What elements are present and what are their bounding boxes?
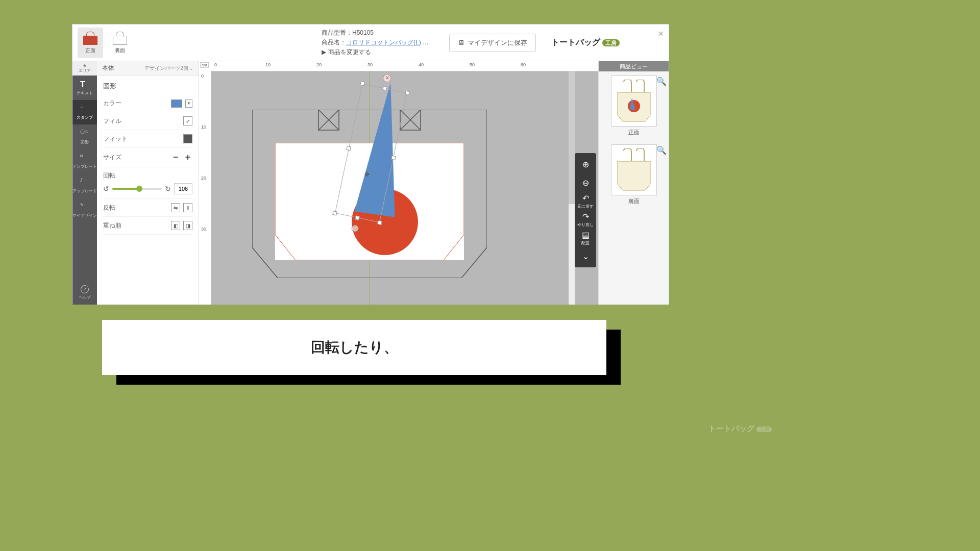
color-picker[interactable]: ▼ (171, 99, 192, 108)
print-area (275, 143, 464, 260)
undo-button[interactable]: ↶元に戻す (575, 192, 596, 210)
caption-box: 回転したり、 (102, 320, 606, 375)
panel-title: 商品ビュー (599, 61, 669, 71)
close-button[interactable]: × (658, 29, 664, 39)
brand-logo: トートバッグ 工房 (551, 37, 620, 48)
rail-area[interactable]: ◈ エリア (72, 61, 97, 76)
zoom-out-icon: ⊖ (582, 178, 589, 188)
canvas-tools: ⊕ ⊖ ↶元に戻す ↷やり直し ▤配置 ⌄ (575, 153, 596, 267)
rail-label: ヘルプ (79, 294, 91, 300)
move-cursor-icon: ✥ (364, 171, 370, 178)
rotate-cw-icon[interactable]: ↻ (165, 185, 171, 193)
zoom-in-button[interactable]: ⊕ (575, 155, 596, 173)
name-suffix: … (421, 39, 429, 46)
tool-label: 配置 (581, 240, 590, 246)
prop-label: カラー (103, 99, 121, 108)
view-tab-label: 裏面 (115, 47, 125, 54)
monitor-icon: 🖥 (458, 39, 464, 46)
product-name-link[interactable]: コロリドコットンバッグ(L) (346, 39, 421, 46)
view-tab-back[interactable]: 裏面 (107, 28, 133, 58)
preview-label: 裏面 (603, 197, 665, 205)
align-button[interactable]: ▤配置 (575, 229, 596, 247)
vertical-scrollbar[interactable] (569, 71, 575, 305)
rail-label: アップロード (72, 188, 97, 194)
preview-label: 正面 (603, 129, 665, 136)
zoom-icon[interactable]: 🔍 (656, 77, 667, 86)
tick: 60 (521, 62, 526, 67)
prop-size: サイズ −+ (103, 148, 192, 167)
send-back-button[interactable]: ◨ (183, 221, 192, 230)
mydesign-icon: ✎ (80, 203, 89, 212)
rail-help[interactable]: ?ヘルプ (72, 280, 97, 305)
tick: 10 (201, 124, 206, 130)
product-view-panel: 商品ビュー 🔍 正面 🔍 裏面 (598, 61, 669, 305)
ruler-vertical: 0 10 20 30 (199, 71, 211, 305)
rail-label: スタンプ (77, 115, 93, 120)
rail-stamp[interactable]: ⊥スタンプ (72, 100, 97, 124)
panel-body: 図形 カラー ▼ フィル ⤢ フィット サイズ −+ 回 (97, 76, 199, 305)
tick: 30 (201, 227, 206, 232)
preview-back[interactable]: 🔍 裏面 (599, 140, 669, 209)
rail-upload[interactable]: ⤴アップロード (72, 173, 97, 198)
flip-h-button[interactable]: ⇋ (171, 203, 180, 212)
design-editor-window: 正面 裏面 商品型番：H50105 商品名：コロリドコットンバッグ(L) … ▶… (72, 24, 669, 304)
watermark: トートバッグ 工房 (708, 424, 772, 434)
save-label: マイデザインに保存 (468, 38, 527, 47)
model-label: 商品型番： (322, 29, 352, 36)
upload-icon: ⤴ (80, 178, 89, 187)
prop-label: 回転 (103, 172, 115, 179)
tick: 40 (419, 62, 424, 67)
parts-count-dropdown[interactable]: デザインパーツ2個⌄ (144, 65, 193, 72)
rotate-ccw-icon[interactable]: ↺ (103, 185, 109, 193)
rail-label: テンプレート (72, 164, 97, 169)
save-design-button[interactable]: 🖥 マイデザインに保存 (449, 34, 536, 52)
caption-text: 回転したり、 (311, 338, 398, 357)
size-plus-button[interactable]: + (183, 152, 192, 163)
preview-front[interactable]: 🔍 正面 (599, 71, 669, 140)
logo-text: トートバッグ (551, 38, 600, 46)
tick: 50 (470, 62, 475, 67)
parts-label: デザインパーツ2個 (144, 65, 188, 72)
tick: 0 (201, 73, 204, 79)
tick: 10 (265, 62, 271, 67)
zoom-icon[interactable]: 🔍 (656, 145, 667, 155)
redo-button[interactable]: ↷やり直し (575, 210, 596, 229)
text-icon: T (80, 80, 89, 89)
rail-label: 図形 (81, 139, 89, 145)
tick: 20 (201, 176, 206, 181)
top-bar: 正面 裏面 商品型番：H50105 商品名：コロリドコットンバッグ(L) … ▶… (72, 24, 669, 61)
prop-label: 重ね順 (103, 221, 121, 230)
help-icon: ? (81, 285, 89, 293)
view-tabs: 正面 裏面 (72, 24, 138, 61)
design-canvas[interactable]: ✕ ✥ (211, 71, 598, 305)
tool-rail: ◈ エリア Tテキスト ⊥スタンプ ◯△図形 ⧉テンプレート ⤴アップロード ✎… (72, 61, 97, 305)
bring-front-button[interactable]: ◧ (171, 221, 180, 230)
wm-text: トートバッグ (708, 424, 754, 433)
redo-icon: ↷ (582, 212, 589, 221)
change-product-link[interactable]: ▶商品を変更する (322, 47, 429, 57)
size-minus-button[interactable]: − (171, 152, 180, 163)
prop-fill: フィル ⤢ (103, 112, 192, 130)
prop-label: フィル (103, 117, 121, 126)
tool-label: やり直し (577, 222, 594, 228)
flip-v-button[interactable]: ⥮ (183, 203, 192, 212)
rail-template[interactable]: ⧉テンプレート (72, 149, 97, 173)
shapes-icon: ◯△ (80, 129, 89, 138)
tick: 30 (368, 62, 373, 67)
more-tools-button[interactable]: ⌄ (575, 247, 596, 265)
ruler-horizontal: 0 10 20 30 40 50 60 (211, 61, 598, 71)
rail-shape[interactable]: ◯△図形 (72, 124, 97, 149)
fit-button[interactable] (183, 134, 192, 143)
fill-expand-button[interactable]: ⤢ (183, 116, 192, 126)
prop-rotation: 回転 ↺ ↻ (103, 167, 192, 199)
view-tab-front[interactable]: 正面 (78, 28, 103, 58)
rotation-slider[interactable] (112, 188, 162, 190)
bag-front-icon (82, 32, 99, 45)
rail-mydesign[interactable]: ✎マイデザイン (72, 198, 97, 222)
resize-handle[interactable] (360, 81, 364, 86)
rail-text[interactable]: Tテキスト (72, 76, 97, 100)
prop-color: カラー ▼ (103, 95, 192, 112)
rotation-input[interactable] (174, 183, 192, 194)
canvas-area: cm 0 10 20 30 40 50 60 0 10 20 30 (199, 61, 598, 305)
zoom-out-button[interactable]: ⊖ (575, 173, 596, 192)
